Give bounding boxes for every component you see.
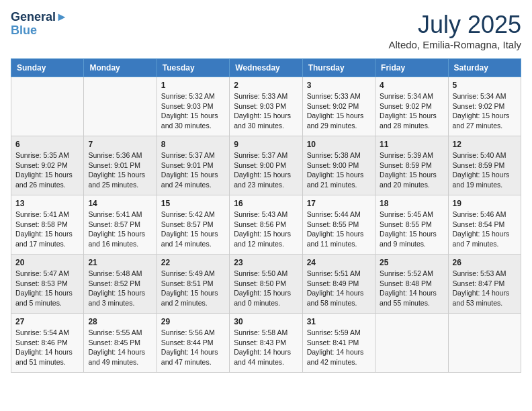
- day-number: 21: [88, 258, 152, 267]
- day-number: 16: [234, 199, 298, 208]
- day-number: 17: [307, 199, 371, 208]
- weekday-header-monday: Monday: [84, 59, 157, 77]
- calendar-cell: 31Sunrise: 5:59 AMSunset: 8:41 PMDayligh…: [302, 314, 375, 373]
- weekday-header-saturday: Saturday: [448, 59, 521, 77]
- calendar-cell: 22Sunrise: 5:49 AMSunset: 8:51 PMDayligh…: [157, 255, 229, 314]
- calendar-cell: 3Sunrise: 5:33 AMSunset: 9:02 PMDaylight…: [302, 77, 375, 136]
- day-content: Sunrise: 5:43 AMSunset: 8:56 PMDaylight:…: [234, 210, 298, 249]
- calendar-week-1: 1Sunrise: 5:32 AMSunset: 9:03 PMDaylight…: [11, 77, 521, 136]
- day-number: 22: [161, 258, 225, 267]
- day-content: Sunrise: 5:36 AMSunset: 9:01 PMDaylight:…: [88, 150, 152, 190]
- day-content: Sunrise: 5:45 AMSunset: 8:55 PMDaylight:…: [380, 210, 443, 249]
- weekday-header-friday: Friday: [375, 59, 448, 77]
- day-number: 28: [88, 317, 152, 326]
- calendar-cell: 16Sunrise: 5:43 AMSunset: 8:56 PMDayligh…: [230, 195, 302, 255]
- day-number: 26: [453, 258, 517, 267]
- weekday-header-tuesday: Tuesday: [157, 59, 229, 77]
- logo: General► Blue: [11, 11, 68, 38]
- day-number: 18: [380, 199, 443, 208]
- day-content: Sunrise: 5:38 AMSunset: 9:00 PMDaylight:…: [307, 150, 371, 190]
- day-content: Sunrise: 5:53 AMSunset: 8:47 PMDaylight:…: [453, 269, 517, 308]
- calendar-cell: 27Sunrise: 5:54 AMSunset: 8:46 PMDayligh…: [11, 314, 84, 373]
- calendar-cell: 2Sunrise: 5:33 AMSunset: 9:03 PMDaylight…: [230, 77, 302, 136]
- day-content: Sunrise: 5:39 AMSunset: 8:59 PMDaylight:…: [380, 150, 443, 190]
- day-content: Sunrise: 5:41 AMSunset: 8:58 PMDaylight:…: [15, 210, 79, 249]
- calendar-week-2: 6Sunrise: 5:35 AMSunset: 9:02 PMDaylight…: [11, 136, 521, 195]
- calendar-cell: 30Sunrise: 5:58 AMSunset: 8:43 PMDayligh…: [230, 314, 302, 373]
- calendar-body: 1Sunrise: 5:32 AMSunset: 9:03 PMDaylight…: [11, 77, 521, 373]
- day-content: Sunrise: 5:49 AMSunset: 8:51 PMDaylight:…: [161, 269, 225, 308]
- day-content: Sunrise: 5:37 AMSunset: 9:01 PMDaylight:…: [161, 150, 225, 190]
- calendar-cell: [448, 314, 521, 373]
- day-content: Sunrise: 5:33 AMSunset: 9:02 PMDaylight:…: [307, 91, 371, 131]
- calendar-cell: 1Sunrise: 5:32 AMSunset: 9:03 PMDaylight…: [157, 77, 229, 136]
- day-number: 24: [307, 258, 371, 267]
- day-number: 9: [234, 140, 298, 149]
- calendar-cell: 23Sunrise: 5:50 AMSunset: 8:50 PMDayligh…: [230, 255, 302, 314]
- day-number: 19: [453, 199, 517, 208]
- calendar-cell: 19Sunrise: 5:46 AMSunset: 8:54 PMDayligh…: [448, 195, 521, 255]
- weekday-row: SundayMondayTuesdayWednesdayThursdayFrid…: [11, 59, 521, 77]
- day-number: 15: [161, 199, 225, 208]
- calendar-header: SundayMondayTuesdayWednesdayThursdayFrid…: [11, 59, 521, 77]
- day-number: 4: [380, 81, 443, 90]
- calendar-cell: 26Sunrise: 5:53 AMSunset: 8:47 PMDayligh…: [448, 255, 521, 314]
- calendar-cell: 5Sunrise: 5:34 AMSunset: 9:02 PMDaylight…: [448, 77, 521, 136]
- day-content: Sunrise: 5:44 AMSunset: 8:55 PMDaylight:…: [307, 210, 371, 249]
- logo-subtext: Blue: [11, 24, 68, 38]
- day-content: Sunrise: 5:56 AMSunset: 8:44 PMDaylight:…: [161, 328, 225, 367]
- day-content: Sunrise: 5:58 AMSunset: 8:43 PMDaylight:…: [234, 328, 298, 367]
- day-content: Sunrise: 5:35 AMSunset: 9:02 PMDaylight:…: [15, 150, 79, 190]
- calendar-cell: 12Sunrise: 5:40 AMSunset: 8:59 PMDayligh…: [448, 136, 521, 195]
- day-content: Sunrise: 5:52 AMSunset: 8:48 PMDaylight:…: [380, 269, 443, 308]
- calendar-cell: 6Sunrise: 5:35 AMSunset: 9:02 PMDaylight…: [11, 136, 84, 195]
- day-number: 12: [453, 140, 517, 149]
- calendar-cell: [375, 314, 448, 373]
- calendar-cell: 15Sunrise: 5:42 AMSunset: 8:57 PMDayligh…: [157, 195, 229, 255]
- day-content: Sunrise: 5:34 AMSunset: 9:02 PMDaylight:…: [380, 91, 443, 131]
- day-number: 29: [161, 317, 225, 326]
- day-content: Sunrise: 5:51 AMSunset: 8:49 PMDaylight:…: [307, 269, 371, 308]
- day-content: Sunrise: 5:41 AMSunset: 8:57 PMDaylight:…: [88, 210, 152, 249]
- calendar-cell: 25Sunrise: 5:52 AMSunset: 8:48 PMDayligh…: [375, 255, 448, 314]
- day-number: 11: [380, 140, 443, 149]
- day-content: Sunrise: 5:50 AMSunset: 8:50 PMDaylight:…: [234, 269, 298, 308]
- day-content: Sunrise: 5:54 AMSunset: 8:46 PMDaylight:…: [15, 328, 79, 367]
- day-number: 23: [234, 258, 298, 267]
- month-title: July 2025: [388, 11, 521, 39]
- day-content: Sunrise: 5:42 AMSunset: 8:57 PMDaylight:…: [161, 210, 225, 249]
- calendar-cell: 9Sunrise: 5:37 AMSunset: 9:00 PMDaylight…: [230, 136, 302, 195]
- day-number: 6: [15, 140, 79, 149]
- day-number: 7: [88, 140, 152, 149]
- location: Altedo, Emilia-Romagna, Italy: [388, 39, 521, 50]
- calendar-cell: 11Sunrise: 5:39 AMSunset: 8:59 PMDayligh…: [375, 136, 448, 195]
- calendar-week-4: 20Sunrise: 5:47 AMSunset: 8:53 PMDayligh…: [11, 255, 521, 314]
- day-number: 8: [161, 140, 225, 149]
- calendar-cell: 24Sunrise: 5:51 AMSunset: 8:49 PMDayligh…: [302, 255, 375, 314]
- calendar-week-5: 27Sunrise: 5:54 AMSunset: 8:46 PMDayligh…: [11, 314, 521, 373]
- day-content: Sunrise: 5:37 AMSunset: 9:00 PMDaylight:…: [234, 150, 298, 190]
- day-number: 2: [234, 81, 298, 90]
- day-number: 25: [380, 258, 443, 267]
- calendar-cell: 10Sunrise: 5:38 AMSunset: 9:00 PMDayligh…: [302, 136, 375, 195]
- calendar-cell: 28Sunrise: 5:55 AMSunset: 8:45 PMDayligh…: [84, 314, 157, 373]
- calendar-cell: 20Sunrise: 5:47 AMSunset: 8:53 PMDayligh…: [11, 255, 84, 314]
- day-number: 13: [15, 199, 79, 208]
- day-content: Sunrise: 5:46 AMSunset: 8:54 PMDaylight:…: [453, 210, 517, 249]
- calendar-table: SundayMondayTuesdayWednesdayThursdayFrid…: [11, 58, 521, 373]
- day-content: Sunrise: 5:47 AMSunset: 8:53 PMDaylight:…: [15, 269, 79, 308]
- calendar-cell: 14Sunrise: 5:41 AMSunset: 8:57 PMDayligh…: [84, 195, 157, 255]
- day-content: Sunrise: 5:40 AMSunset: 8:59 PMDaylight:…: [453, 150, 517, 190]
- calendar-cell: 13Sunrise: 5:41 AMSunset: 8:58 PMDayligh…: [11, 195, 84, 255]
- calendar-cell: 29Sunrise: 5:56 AMSunset: 8:44 PMDayligh…: [157, 314, 229, 373]
- calendar-cell: 18Sunrise: 5:45 AMSunset: 8:55 PMDayligh…: [375, 195, 448, 255]
- day-number: 3: [307, 81, 371, 90]
- day-content: Sunrise: 5:32 AMSunset: 9:03 PMDaylight:…: [161, 91, 225, 131]
- calendar-cell: [11, 77, 84, 136]
- day-content: Sunrise: 5:34 AMSunset: 9:02 PMDaylight:…: [453, 91, 517, 131]
- weekday-header-thursday: Thursday: [302, 59, 375, 77]
- calendar-cell: [84, 77, 157, 136]
- day-number: 27: [15, 317, 79, 326]
- day-number: 31: [307, 317, 371, 326]
- day-number: 20: [15, 258, 79, 267]
